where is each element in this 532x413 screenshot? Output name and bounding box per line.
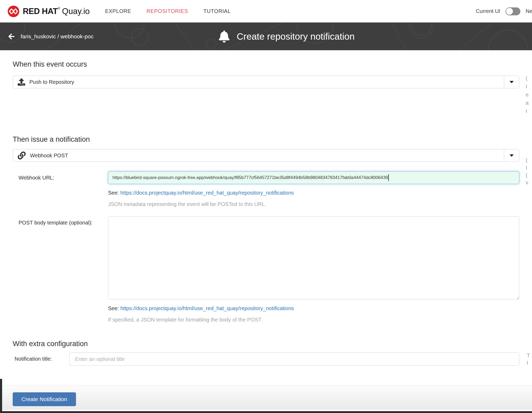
clipped-text-fragment: T t [527, 352, 532, 366]
page-title: Create repository notification [237, 31, 355, 42]
nav-repositories[interactable]: REPOSITORIES [147, 8, 188, 14]
post-body-docs-line: See: https://docs.projectquay.io/html/us… [108, 305, 519, 311]
ui-version-switch: Current UI New [476, 0, 532, 22]
webhook-url-input[interactable]: https://bluebird-square-possum.ngrok-fre… [108, 171, 519, 184]
page: RED HAT® Quay.io EXPLORE REPOSITORIES TU… [0, 0, 532, 413]
chevron-down-icon [510, 154, 514, 157]
push-upload-icon [18, 78, 25, 86]
notification-method-caret-button[interactable] [504, 149, 519, 162]
form-footer: Create Notification [0, 385, 532, 410]
webhook-url-label: Webhook URL: [13, 171, 108, 207]
quay-home-link[interactable]: RED HAT® Quay.io [7, 5, 90, 17]
notification-method-selected: Webhook POST [13, 149, 504, 162]
top-nav: RED HAT® Quay.io EXPLORE REPOSITORIES TU… [0, 0, 532, 22]
quay-product-name: Quay.io [62, 7, 90, 16]
post-body-label: POST body template (optional): [13, 216, 108, 323]
notification-form: When this event occurs Push to Repositor… [0, 60, 532, 366]
red-hat-wordmark: RED HAT® [23, 7, 60, 16]
event-kind-selected: Push to Repository [13, 76, 504, 88]
back-arrow-icon[interactable] [8, 33, 15, 40]
text-cursor [388, 174, 389, 181]
post-body-row: POST body template (optional): See: http… [13, 216, 519, 323]
section-heading-notification: Then issue a notification [13, 135, 519, 144]
event-kind-dropdown[interactable]: Push to Repository [13, 76, 519, 88]
current-ui-label: Current UI [476, 8, 500, 14]
docs-link[interactable]: https://docs.projectquay.io/html/use_red… [120, 190, 294, 196]
docs-link[interactable]: https://docs.projectquay.io/html/use_red… [120, 305, 294, 311]
clipped-text-fragment: ( I ( v [526, 157, 532, 186]
notification-page-header: faris_huskovic / webhook-poc Create repo… [0, 22, 532, 50]
nav-tutorial[interactable]: TUTORIAL [203, 8, 231, 14]
toggle-knob [506, 8, 513, 15]
webhook-link-icon [18, 152, 26, 159]
page-background-edge-bottom [0, 411, 532, 413]
new-ui-label: New [526, 8, 532, 14]
bell-icon [219, 30, 230, 43]
create-notification-button[interactable]: Create Notification [13, 392, 76, 406]
page-title-block: Create repository notification [21, 22, 532, 50]
clipped-text-fragment: ( I e a I [526, 74, 532, 115]
ui-toggle[interactable] [506, 7, 520, 15]
notification-title-label: Notification title: [13, 352, 69, 366]
notification-title-row: Notification title: [13, 352, 519, 366]
webhook-url-docs-line: See: https://docs.projectquay.io/html/us… [108, 190, 519, 196]
red-hat-quay-logo-icon [7, 5, 20, 17]
webhook-url-row: Webhook URL: https://bluebird-square-pos… [13, 171, 519, 207]
page-background-edge-left [0, 379, 2, 413]
webhook-url-help: JSON metadata representing the event wil… [108, 201, 519, 207]
event-kind-caret-button[interactable] [504, 76, 519, 88]
nav-explore[interactable]: EXPLORE [105, 8, 131, 14]
post-body-help: If specified, a JSON template for format… [108, 317, 519, 323]
nav-links: EXPLORE REPOSITORIES TUTORIAL [105, 8, 231, 14]
registered-mark: ® [58, 7, 60, 10]
notification-method-dropdown[interactable]: Webhook POST [13, 149, 519, 162]
chevron-down-icon [510, 81, 514, 83]
post-body-textarea[interactable] [108, 216, 519, 300]
section-heading-extra-config: With extra configuration [13, 340, 519, 348]
notification-title-input[interactable] [69, 352, 519, 366]
section-heading-event: When this event occurs [13, 60, 519, 68]
